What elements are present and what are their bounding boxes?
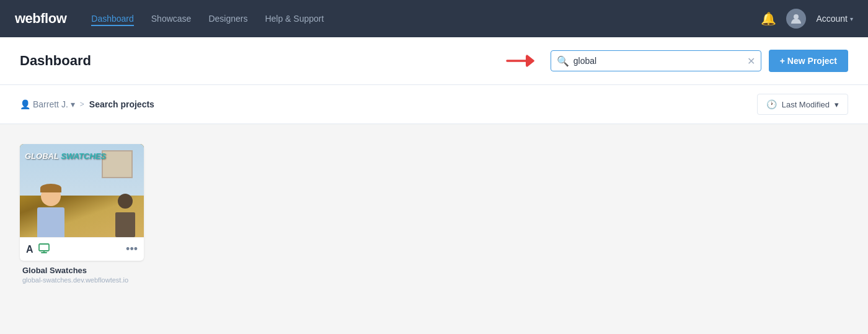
nav-help-support[interactable]: Help & Support: [265, 11, 324, 26]
thumbnail-overlay: GLOBAL SWATCHES: [25, 150, 106, 161]
breadcrumb-separator: >: [80, 100, 84, 109]
user-icon: 👤: [20, 99, 30, 109]
nav-right: 🔔 Account ▾: [761, 9, 853, 29]
logo[interactable]: webflow: [15, 11, 66, 27]
project-card-icons: A: [26, 243, 50, 256]
breadcrumb-user[interactable]: 👤 Barrett J. ▾: [20, 99, 75, 109]
nav-dashboard[interactable]: Dashboard: [91, 11, 134, 26]
search-container: 🔍 ✕: [551, 50, 761, 71]
projects-grid: GLOBAL SWATCHES A ••: [20, 144, 848, 286]
nav-showcase[interactable]: Showcase: [151, 11, 192, 26]
project-info: Global Swatches global-swatches.dev.webf…: [20, 261, 144, 286]
project-card[interactable]: GLOBAL SWATCHES A ••: [20, 144, 144, 261]
list-item: GLOBAL SWATCHES A ••: [20, 144, 144, 286]
nav-links: Dashboard Showcase Designers Help & Supp…: [91, 11, 741, 26]
arrow-indicator: [506, 52, 541, 70]
project-url: global-swatches.dev.webflowtest.io: [22, 276, 141, 284]
header-right: 🔍 ✕ + New Project: [506, 50, 848, 72]
breadcrumb: 👤 Barrett J. ▾ > Search projects: [20, 99, 154, 109]
breadcrumb-user-chevron: ▾: [71, 99, 75, 109]
account-label: Account: [816, 14, 848, 24]
cms-icon: [38, 243, 50, 256]
sort-label: Last Modified: [782, 100, 830, 109]
navbar: webflow Dashboard Showcase Designers Hel…: [0, 0, 868, 37]
page-title: Dashboard: [20, 53, 91, 69]
typography-icon: A: [26, 244, 33, 255]
sort-button[interactable]: 🕐 Last Modified ▾: [757, 94, 848, 115]
clear-search-icon[interactable]: ✕: [747, 55, 755, 67]
header-section: Dashboard 🔍 ✕ + New Project: [0, 37, 868, 85]
more-options-icon[interactable]: •••: [126, 243, 138, 256]
chevron-down-icon: ▾: [850, 16, 853, 22]
bell-icon[interactable]: 🔔: [761, 11, 776, 26]
avatar: [786, 9, 806, 29]
project-card-footer: A •••: [20, 237, 144, 261]
breadcrumb-current: Search projects: [89, 99, 154, 109]
sort-icon: 🕐: [766, 99, 777, 109]
breadcrumb-bar: 👤 Barrett J. ▾ > Search projects 🕐 Last …: [0, 85, 868, 124]
account-menu[interactable]: Account ▾: [816, 14, 853, 24]
search-input[interactable]: [551, 50, 761, 71]
svg-rect-2: [39, 244, 49, 251]
search-icon: 🔍: [557, 55, 569, 67]
new-project-button[interactable]: + New Project: [769, 50, 848, 72]
project-name: Global Swatches: [22, 266, 141, 275]
sort-chevron-icon: ▾: [835, 100, 839, 109]
content-area: GLOBAL SWATCHES A ••: [0, 124, 868, 334]
project-thumbnail: GLOBAL SWATCHES: [20, 144, 144, 237]
nav-designers[interactable]: Designers: [208, 11, 247, 26]
breadcrumb-user-label: Barrett J.: [33, 99, 68, 109]
logo-text: webflow: [15, 11, 66, 27]
svg-point-0: [794, 14, 799, 19]
